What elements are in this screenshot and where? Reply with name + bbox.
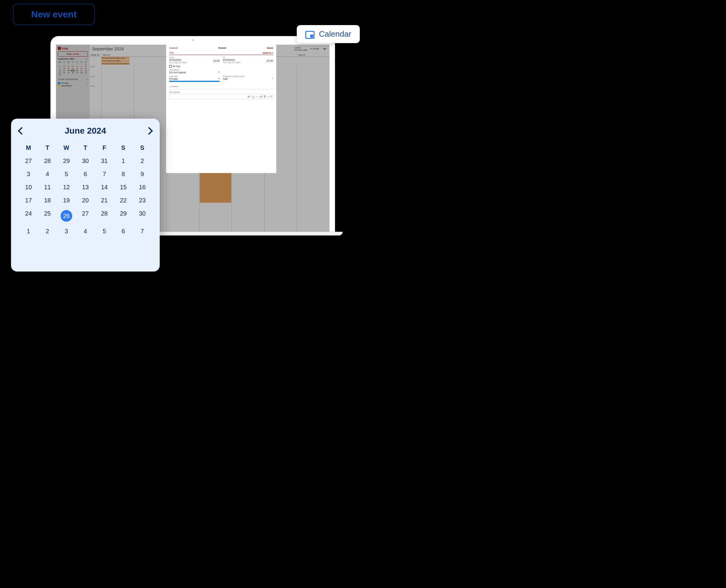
link-button[interactable]: 🔗 [259,96,262,98]
mini-cal-day[interactable]: 23 [58,72,62,74]
italic-button[interactable]: I [250,96,251,98]
month-day[interactable]: 16 [139,184,146,190]
new-event-chip[interactable]: New event [13,4,95,25]
mini-cal-day[interactable]: 8 [84,65,88,67]
mini-cal-day[interactable]: 16 [58,70,62,71]
calendar-list-item[interactable]: AWARDS⋯ [58,84,88,87]
month-day[interactable]: 28 [44,158,51,164]
month-day[interactable]: 28 [101,210,108,217]
mini-cal-day[interactable]: 15 [84,68,88,69]
month-day[interactable]: 5 [102,228,106,234]
reminder-select[interactable]: Reminder before event Add+ [223,75,273,82]
mini-cal-day[interactable]: 10 [62,68,66,69]
mini-cal-day[interactable]: 24 [62,72,66,74]
mini-cal-day[interactable]: 29 [84,72,88,74]
month-day[interactable]: 3 [64,228,68,234]
allday-event[interactable]: First day Haroon (Mail team) [101,57,129,59]
month-day[interactable]: 1 [121,158,125,164]
mini-cal-day[interactable]: 17 [62,70,66,71]
month-day[interactable]: 6 [121,228,125,234]
month-day[interactable]: 7 [102,171,106,177]
title-input[interactable]: Title GUESTS + [169,51,273,55]
mini-cal-day[interactable]: 14 [80,68,83,69]
add-calendar-icon[interactable]: + [86,78,88,80]
mini-cal-day[interactable]: 5 [71,65,75,67]
month-day[interactable]: 29 [120,210,127,217]
mini-cal-day[interactable] [71,63,75,65]
mini-cal-prev-icon[interactable]: ‹ [86,58,86,60]
mini-cal-day[interactable] [80,63,83,65]
mini-cal-day[interactable] [71,74,75,76]
month-day[interactable]: 3 [27,171,30,177]
allday-event[interactable]: Trial working day Biljia [101,60,129,62]
month-day[interactable]: 19 [63,197,70,204]
month-day[interactable]: 21 [101,197,108,204]
ol-button[interactable]: ≣ [264,96,266,98]
mini-cal-day[interactable]: 19 [71,70,75,71]
location-input[interactable]: Location [169,85,273,89]
cancel-button[interactable]: Cancel [169,46,178,49]
mini-cal-day[interactable]: 13 [75,68,79,69]
all-day-checkbox[interactable]: All Day [169,65,273,68]
mini-cal-day[interactable]: 27 [75,72,79,74]
month-day[interactable]: 22 [120,197,127,204]
calendar-chip[interactable]: Calendar [297,25,360,43]
month-day[interactable]: 4 [83,228,87,234]
ul-button[interactable]: ≡ [267,96,269,98]
month-day[interactable]: 26 [61,210,72,222]
month-day[interactable]: 27 [25,158,32,164]
month-day[interactable]: 17 [25,197,32,204]
code-button[interactable]: <> [256,96,258,98]
mini-cal-day[interactable]: 25 [66,72,70,74]
mini-cal-day[interactable]: 30 [58,74,62,76]
mini-cal-day[interactable]: 12 [71,68,75,69]
month-day[interactable]: 25 [44,210,51,217]
month-day[interactable]: 24 [25,210,32,217]
month-day[interactable]: 9 [140,171,144,177]
month-day[interactable]: 5 [64,171,68,177]
to-time-field[interactable]: 13:30 [261,56,273,64]
bold-button[interactable]: B [248,96,249,98]
month-day[interactable]: 11 [44,184,51,190]
mini-cal-day[interactable]: 4 [66,65,70,67]
from-time-field[interactable]: 13:00 [207,56,220,64]
month-day[interactable]: 2 [45,228,49,234]
mini-cal-next-icon[interactable]: › [87,58,88,60]
next-week-icon[interactable]: › [326,48,327,50]
month-day[interactable]: 23 [139,197,146,204]
from-date-field[interactable]: From 9/19/2024 Thu, Sep 19, 2024 [169,56,204,64]
mini-cal-day[interactable]: 9 [58,68,62,69]
calendar-more-icon[interactable]: ⋯ [85,82,88,84]
repeating-select[interactable]: Repeating Do not repeat▾ [169,69,220,74]
mini-cal-day[interactable] [58,63,62,65]
prev-week-icon[interactable]: ‹ [322,48,323,50]
mini-cal-day[interactable] [75,74,79,76]
guests-button[interactable]: GUESTS + [262,52,273,54]
month-day[interactable]: 30 [82,158,89,164]
month-day[interactable]: 1 [27,228,30,234]
month-day[interactable]: 20 [82,197,89,204]
month-day[interactable]: 6 [83,171,87,177]
month-day[interactable]: 18 [44,197,51,204]
mini-cal-day[interactable]: 18 [66,70,70,71]
mini-cal-day[interactable]: 21 [80,70,83,71]
mini-cal-day[interactable]: 20 [75,70,79,71]
month-day[interactable]: 8 [121,171,125,177]
prev-month-button[interactable] [18,127,25,134]
mini-cal-day[interactable] [75,63,79,65]
mini-cal-day[interactable]: 11 [66,68,70,69]
view-toggle-icon[interactable]: ▦ [324,48,326,50]
new-event-button[interactable]: New event [58,51,88,57]
mini-cal-day[interactable]: 2 [58,65,62,67]
month-day[interactable]: 31 [101,158,108,164]
mini-cal-day[interactable] [66,63,70,65]
mini-cal-day[interactable] [62,74,66,76]
mini-cal-day[interactable]: 7 [80,65,83,67]
next-month-button[interactable] [145,127,153,134]
month-day[interactable]: 14 [101,184,108,190]
mini-cal-day[interactable]: 22 [84,70,88,71]
mini-cal-day[interactable]: 3 [62,65,66,67]
to-date-field[interactable]: To 9/19/2024 Thu, Sep 19, 2024 [223,56,258,64]
month-day[interactable]: 29 [63,158,70,164]
mini-cal-day[interactable]: 6 [75,65,79,67]
